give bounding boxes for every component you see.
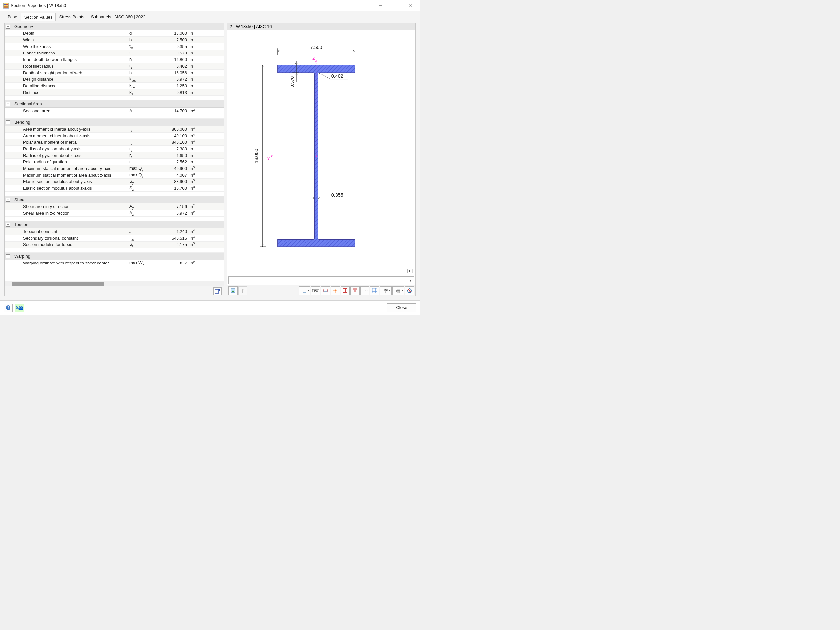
units-button[interactable]: 0,00 <box>15 303 24 312</box>
prop-row[interactable]: Distancek10.813in <box>5 89 224 96</box>
prop-value: 4.007 <box>159 172 188 177</box>
spacer <box>5 248 224 253</box>
prop-row[interactable]: Inner depth between flangeshi16.860in <box>5 57 224 63</box>
export-button[interactable] <box>213 287 222 295</box>
prop-row[interactable]: Radius of gyration about z-axisrz1.650in <box>5 152 224 159</box>
window-buttons <box>373 1 418 11</box>
spacer <box>5 114 224 119</box>
prop-row[interactable]: Design distancekdes0.972in <box>5 76 224 83</box>
prop-value: 49.900 <box>159 166 188 171</box>
group-bending[interactable]: −Bending <box>5 119 224 126</box>
render-mode-button[interactable] <box>228 286 238 295</box>
prop-row[interactable]: Flange thicknesstf0.570in <box>5 50 224 57</box>
prop-row[interactable]: Root fillet radiusr10.402in <box>5 63 224 69</box>
view-axes-button[interactable]: ▾ <box>298 286 310 295</box>
tab-section-values[interactable]: Section Values <box>21 13 56 21</box>
prop-row[interactable]: Polar radius of gyrationro7.562in <box>5 159 224 165</box>
prop-row[interactable]: Section modulus for torsionSt2.175in3 <box>5 242 224 248</box>
prop-unit: in3 <box>188 242 202 247</box>
prop-desc: Radius of gyration about y-axis <box>5 146 129 151</box>
dim-width-label: 7.500 <box>310 45 322 50</box>
group-warping[interactable]: −Warping <box>5 253 224 260</box>
prop-row[interactable]: Depthd18.000in <box>5 30 224 37</box>
prop-desc: Maximum statical moment of area about z-… <box>5 172 129 177</box>
group-geometry[interactable]: −Geometry <box>5 23 224 30</box>
dim-depth <box>260 65 266 247</box>
prop-row[interactable]: Maximum statical moment of area about z-… <box>5 172 224 178</box>
prop-row[interactable]: Sectional areaA14.700in2 <box>5 107 224 114</box>
properties-sheet[interactable]: −GeometryDepthd18.000inWidthb7.500inWeb … <box>5 23 224 281</box>
prop-row[interactable]: Warping ordinate with respect to shear c… <box>5 260 224 267</box>
svg-rect-72 <box>397 289 399 290</box>
prop-value: 7.380 <box>159 146 188 151</box>
collapse-icon[interactable]: − <box>6 198 10 202</box>
prop-unit: in <box>188 153 202 158</box>
prop-row[interactable]: Area moment of inertia about z-axisIz40.… <box>5 133 224 139</box>
spacer <box>5 267 224 271</box>
prop-row[interactable]: Area moment of inertia about y-axisIy800… <box>5 126 224 133</box>
collapse-icon[interactable]: − <box>6 223 10 227</box>
collapse-icon[interactable]: − <box>6 254 10 258</box>
numbers-button[interactable]: 1 2 3 <box>360 286 369 295</box>
collapse-icon[interactable]: − <box>6 102 10 106</box>
prop-row[interactable]: Depth of straight portion of webh16.056i… <box>5 69 224 76</box>
dim-tw-label: 0.355 <box>332 192 343 197</box>
settings-dropdown-button[interactable]: ▾ <box>380 286 392 295</box>
prop-row[interactable]: Elastic section modulus about z-axisSz10… <box>5 185 224 192</box>
reset-view-button[interactable] <box>405 286 414 295</box>
prop-row[interactable]: Widthb7.500in <box>5 37 224 43</box>
show-dims-button[interactable] <box>321 286 330 295</box>
prop-row[interactable]: Secondary torsional constantIt,s540.516i… <box>5 235 224 242</box>
prop-unit: in <box>188 146 202 151</box>
prop-symbol: kdes <box>129 76 159 82</box>
sigma-button[interactable]: ∫ <box>238 286 248 295</box>
prop-row[interactable]: Elastic section modulus about y-axisSy88… <box>5 178 224 185</box>
prop-desc: Section modulus for torsion <box>5 242 129 247</box>
tabstrip: BaseSection ValuesStress PointsSubpanels… <box>3 13 417 21</box>
group-label: Geometry <box>14 24 33 29</box>
scroll-thumb[interactable] <box>13 282 104 286</box>
prop-row[interactable]: Polar area moment of inertiaIo840.100in4 <box>5 139 224 146</box>
svg-text:100: 100 <box>314 290 317 292</box>
group-shear[interactable]: −Shear <box>5 196 224 204</box>
collapse-icon[interactable]: − <box>6 25 10 28</box>
section-viewport[interactable]: 7.500 18.000 <box>227 30 415 275</box>
prop-unit: in4 <box>188 139 202 145</box>
prop-value: 0.972 <box>159 77 188 82</box>
grid-button[interactable] <box>370 286 379 295</box>
prop-symbol: J <box>129 229 159 234</box>
maximize-button[interactable] <box>388 1 403 11</box>
close-button[interactable]: Close <box>387 303 416 313</box>
svg-line-17 <box>353 51 355 52</box>
prop-row[interactable]: Shear area in z-directionAz5.972in2 <box>5 210 224 216</box>
close-window-button[interactable] <box>403 1 418 11</box>
horizontal-scrollbar[interactable] <box>5 281 224 286</box>
prop-symbol: d <box>129 31 159 36</box>
prop-row[interactable]: Shear area in y-directionAy7.156in2 <box>5 204 224 210</box>
ibeam-solid-button[interactable] <box>341 286 350 295</box>
collapse-icon[interactable]: − <box>6 120 10 124</box>
prop-symbol: Ay <box>129 204 159 210</box>
section-diagram: 7.500 18.000 <box>227 30 415 275</box>
show-centroid-button[interactable] <box>331 286 340 295</box>
print-button[interactable]: ▾ <box>392 286 404 295</box>
prop-row[interactable]: Torsional constantJ1.240in4 <box>5 228 224 235</box>
group-torsion[interactable]: −Torsion <box>5 221 224 228</box>
dim-scale-button[interactable]: 100 <box>311 286 320 295</box>
help-button[interactable]: ? <box>4 303 13 312</box>
tab-base[interactable]: Base <box>4 13 21 21</box>
prop-symbol: max Qy <box>129 166 159 172</box>
prop-row[interactable]: Detailing distancekdet1.250in <box>5 83 224 89</box>
prop-symbol: rz <box>129 153 159 158</box>
tab-subpanels-aisc-360-2022[interactable]: Subpanels | AISC 360 | 2022 <box>88 13 149 21</box>
prop-value: 7.156 <box>159 204 188 209</box>
display-selector[interactable]: -- ▾ <box>228 276 414 284</box>
tab-stress-points[interactable]: Stress Points <box>56 13 88 21</box>
prop-row[interactable]: Radius of gyration about y-axisry7.380in <box>5 146 224 152</box>
minimize-button[interactable] <box>373 1 388 11</box>
ibeam-outline-button[interactable] <box>351 286 360 295</box>
prop-value: 840.100 <box>159 140 188 145</box>
prop-row[interactable]: Web thicknesstw0.355in <box>5 43 224 50</box>
prop-row[interactable]: Maximum statical moment of area about y-… <box>5 165 224 172</box>
group-sectional-area[interactable]: −Sectional Area <box>5 100 224 107</box>
